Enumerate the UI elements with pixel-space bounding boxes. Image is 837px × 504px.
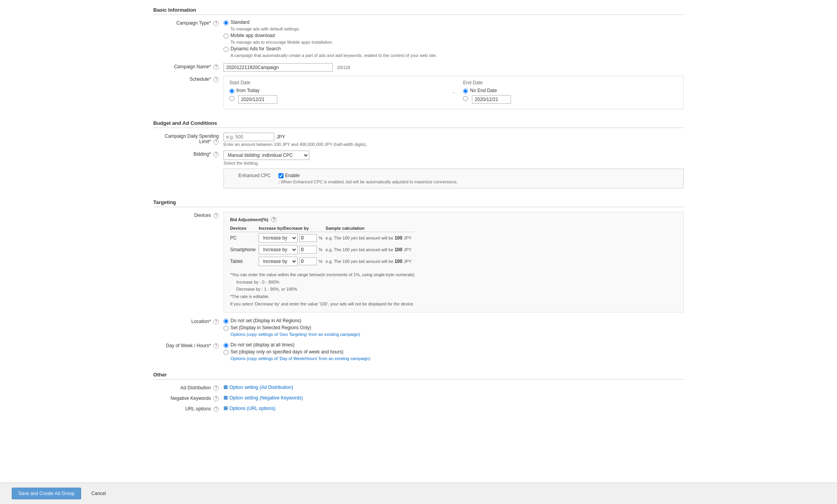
schedule-divider: - bbox=[450, 76, 458, 109]
smartphone-sample: e.g. The 100 yen bid amount will be 100 … bbox=[326, 244, 415, 256]
standard-desc: To manage ads with default settings. bbox=[231, 27, 684, 31]
start-date-input[interactable] bbox=[238, 95, 277, 104]
bid-adj-help[interactable]: ? bbox=[271, 217, 277, 222]
budget-hint: Enter an amount between 100 JPY and 400,… bbox=[223, 142, 684, 147]
bidding-hint: Select the bidding. bbox=[223, 161, 684, 165]
campaign-type-standard-label[interactable]: Standard bbox=[231, 20, 250, 25]
campaign-type-dynamic-label[interactable]: Dynamic Ads for Search bbox=[231, 46, 281, 51]
devices-label: Devices ? bbox=[153, 212, 223, 218]
campaign-type-help[interactable]: ? bbox=[213, 21, 219, 26]
devices-notes: *You can enter the value within the rang… bbox=[230, 271, 677, 307]
budget-header: Budget and Ad Conditions bbox=[153, 117, 684, 128]
note-4: *The rate is editable. bbox=[230, 293, 677, 300]
smartphone-bid-select[interactable]: Increase by Decrease by bbox=[259, 245, 298, 254]
url-options-content: ⊞ Options (URL options) bbox=[223, 405, 684, 411]
smartphone-bid-input[interactable] bbox=[299, 246, 317, 254]
enhanced-cpc-label: Enhanced CPC bbox=[232, 173, 271, 178]
negative-keywords-help[interactable]: ? bbox=[213, 396, 219, 401]
location-help[interactable]: ? bbox=[213, 319, 219, 325]
device-pc: PC bbox=[230, 232, 259, 244]
location-selected-radio[interactable] bbox=[223, 326, 229, 331]
end-date-title: End Date bbox=[463, 80, 678, 85]
ad-distribution-label: Ad Distribution ? bbox=[153, 384, 223, 391]
schedule-label: Schedule* ? bbox=[153, 76, 223, 82]
pc-bid-controls: Increase by Decrease by % bbox=[259, 232, 325, 244]
campaign-type-standard-radio[interactable] bbox=[223, 20, 229, 25]
enhanced-cpc-checkbox-label[interactable]: Enable bbox=[278, 173, 676, 178]
devices-table: Devices Increase by/Decrease by Sample c… bbox=[230, 225, 415, 267]
ad-distribution-plus-icon: ⊞ bbox=[223, 384, 228, 390]
bidding-select[interactable]: Manual bidding: individual CPC Automatic… bbox=[223, 151, 309, 160]
pc-bid-input[interactable] bbox=[299, 234, 317, 242]
no-end-date-label[interactable]: No End Date bbox=[470, 88, 497, 93]
schedule-help[interactable]: ? bbox=[213, 77, 219, 82]
pc-sample: e.g. The 100 yen bid amount will be 100 … bbox=[326, 232, 415, 244]
start-date-container: Start Date from Today bbox=[224, 76, 450, 109]
dow-selected-radio[interactable] bbox=[223, 350, 229, 355]
campaign-type-mobile-label[interactable]: Mobile app download bbox=[231, 33, 275, 38]
devices-content: Bid Adjustment(%) ? Devices Increase by/… bbox=[223, 212, 684, 312]
schedule-content: Start Date from Today - End Date bbox=[223, 76, 684, 109]
pc-bid-select[interactable]: Increase by Decrease by bbox=[259, 233, 298, 243]
location-selected-label[interactable]: Set (Display in Selected Regions Only) bbox=[231, 325, 311, 330]
campaign-name-help[interactable]: ? bbox=[213, 64, 219, 70]
smartphone-percent: % bbox=[319, 247, 323, 252]
negative-keywords-link[interactable]: ⊞ Option setting (Negative Keywords) bbox=[223, 395, 303, 401]
dow-all-radio[interactable] bbox=[223, 343, 229, 348]
col-devices: Devices bbox=[230, 225, 259, 232]
enhanced-cpc-enable-text: Enable bbox=[285, 173, 300, 178]
url-options-link[interactable]: ⊞ Options (URL options) bbox=[223, 405, 275, 411]
start-specific-radio[interactable] bbox=[229, 96, 234, 101]
budget-currency: JPY bbox=[277, 134, 285, 140]
char-count: 20/128 bbox=[337, 65, 350, 70]
budget-content: JPY Enter an amount between 100 JPY and … bbox=[223, 133, 684, 147]
pc-percent: % bbox=[319, 236, 323, 240]
negative-keywords-content: ⊞ Option setting (Negative Keywords) bbox=[223, 395, 684, 401]
start-from-today-label[interactable]: from Today bbox=[236, 88, 259, 93]
campaign-name-content: 20/128 bbox=[223, 63, 684, 72]
tablet-percent: % bbox=[319, 259, 323, 264]
tablet-bid-select[interactable]: Increase by Decrease by bbox=[259, 257, 298, 266]
targeting-header: Targeting bbox=[153, 196, 684, 207]
day-of-week-help[interactable]: ? bbox=[213, 343, 219, 349]
note-3: Decrease by : 1 - 90%, or 100% bbox=[230, 286, 677, 293]
note-5: If you select 'Decrease by' and enter th… bbox=[230, 300, 677, 308]
other-header: Other bbox=[153, 369, 684, 380]
table-row: Smartphone Increase by Decrease by % bbox=[230, 244, 415, 256]
budget-help[interactable]: ? bbox=[213, 139, 219, 145]
location-copy-link[interactable]: Options (copy settings of 'Geo Targeting… bbox=[231, 332, 684, 337]
bid-adj-header: Bid Adjustment(%) ? bbox=[230, 217, 677, 222]
end-date-input[interactable] bbox=[472, 95, 511, 104]
ad-distribution-help[interactable]: ? bbox=[213, 385, 219, 391]
tablet-bid-controls: Increase by Decrease by % bbox=[259, 256, 325, 267]
dow-copy-link[interactable]: Options (copy settings of 'Day of Week/H… bbox=[231, 356, 684, 361]
device-tablet: Tablet bbox=[230, 256, 259, 267]
ad-distribution-link[interactable]: ⊞ Option setting (Ad Distribution) bbox=[223, 384, 293, 390]
enhanced-cpc-checkbox[interactable] bbox=[278, 173, 284, 178]
campaign-name-input[interactable] bbox=[223, 63, 333, 72]
device-smartphone: Smartphone bbox=[230, 244, 259, 256]
basic-info-header: Basic Information bbox=[153, 4, 684, 15]
campaign-type-dynamic-radio[interactable] bbox=[223, 47, 229, 52]
start-from-today-radio[interactable] bbox=[229, 89, 234, 94]
location-label: Location* ? bbox=[153, 318, 223, 325]
day-of-week-label: Day of Week / Hours* ? bbox=[153, 342, 223, 349]
dow-selected-label[interactable]: Set (display only on specified days of w… bbox=[231, 349, 344, 355]
location-all-radio[interactable] bbox=[223, 319, 229, 324]
location-content: Do not set (Display in All Regions) Set … bbox=[223, 318, 684, 337]
no-end-date-radio[interactable] bbox=[463, 89, 468, 94]
campaign-type-options: Standard To manage ads with default sett… bbox=[223, 20, 684, 59]
location-all-label[interactable]: Do not set (Display in All Regions) bbox=[231, 318, 301, 323]
bidding-help[interactable]: ? bbox=[213, 152, 219, 157]
dow-all-label[interactable]: Do not set (display at all times) bbox=[231, 342, 294, 348]
tablet-sample: e.g. The 100 yen bid amount will be 100 … bbox=[326, 256, 415, 267]
campaign-type-mobile-radio[interactable] bbox=[223, 34, 229, 39]
start-date-title: Start Date bbox=[229, 80, 444, 85]
col-increase-decrease: Increase by/Decrease by bbox=[259, 225, 325, 232]
budget-input[interactable] bbox=[223, 133, 274, 141]
devices-help[interactable]: ? bbox=[213, 213, 219, 218]
end-specific-radio[interactable] bbox=[463, 96, 468, 101]
url-options-help[interactable]: ? bbox=[213, 406, 219, 412]
tablet-bid-input[interactable] bbox=[299, 257, 317, 265]
enhanced-cpc-box: Enhanced CPC Enable When Enhanced CPC is… bbox=[223, 169, 684, 188]
